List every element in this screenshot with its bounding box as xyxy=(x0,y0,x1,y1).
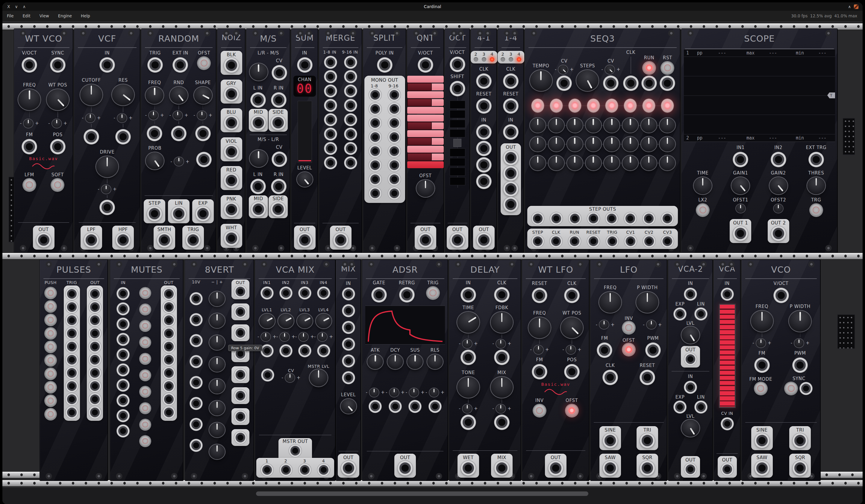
prob-trim[interactable] xyxy=(174,157,184,166)
split-output[interactable] xyxy=(390,146,399,156)
shift-input[interactable] xyxy=(452,83,463,94)
prob-cv-input[interactable] xyxy=(198,154,210,165)
step-led[interactable] xyxy=(643,99,655,113)
mute-button[interactable] xyxy=(140,337,150,348)
menu-view[interactable]: View xyxy=(35,13,54,18)
exp-input-1[interactable] xyxy=(675,309,685,319)
blu-output[interactable] xyxy=(226,117,237,128)
out-output[interactable] xyxy=(452,234,463,246)
merge-input[interactable] xyxy=(326,72,335,81)
tempo-knob[interactable] xyxy=(530,70,552,91)
key[interactable] xyxy=(407,146,444,153)
merge-input[interactable] xyxy=(346,158,355,168)
trig-input[interactable] xyxy=(67,342,77,351)
lr-ms-cv-input[interactable] xyxy=(274,67,285,79)
steps-knob[interactable] xyxy=(576,70,599,91)
cv1-knob[interactable] xyxy=(622,118,638,132)
hpf-output[interactable] xyxy=(117,234,129,246)
cv3-knob[interactable] xyxy=(549,156,564,170)
sqr-output[interactable] xyxy=(794,462,806,474)
l-input[interactable] xyxy=(252,94,264,106)
clk-input[interactable] xyxy=(625,78,636,89)
module-scope[interactable]: SCOPE 1 pp --- max --- min --- T 2 xyxy=(681,29,838,253)
cv2-output[interactable] xyxy=(644,236,654,246)
lr-ms-knob[interactable] xyxy=(250,63,268,81)
tri-output[interactable] xyxy=(794,435,806,446)
tray-chevron-icon[interactable]: ∧ xyxy=(848,4,851,9)
merge-input[interactable] xyxy=(326,158,335,168)
mute-output[interactable] xyxy=(164,329,174,338)
module-vco[interactable]: VCO V/OCT FREQ -+ P WIDTH -+ FM PWM FM M… xyxy=(742,260,820,481)
module-split[interactable]: SPLIT POLY IN MONO OUT 1-8 9-16 xyxy=(363,29,406,253)
lvl1-knob[interactable] xyxy=(259,314,275,328)
mute-button[interactable] xyxy=(140,354,150,364)
cv2-knob[interactable] xyxy=(567,137,583,151)
mute-button[interactable] xyxy=(140,387,150,397)
shape-cv-input[interactable] xyxy=(197,128,209,139)
fdbk-knob[interactable] xyxy=(491,312,513,333)
pwm-trim[interactable] xyxy=(794,339,804,348)
inv-button[interactable] xyxy=(623,322,635,334)
fm-input[interactable] xyxy=(534,366,545,377)
voct-input[interactable] xyxy=(775,290,787,301)
merge-input[interactable] xyxy=(346,115,355,125)
out-output-2[interactable] xyxy=(686,465,695,474)
gry-output[interactable] xyxy=(226,88,237,99)
vert-output[interactable] xyxy=(235,307,245,317)
poly-input[interactable] xyxy=(379,59,390,71)
exp-input-2[interactable] xyxy=(675,402,685,412)
lvl3-knob[interactable] xyxy=(297,314,313,328)
sine-output[interactable] xyxy=(756,435,768,446)
sync-input[interactable] xyxy=(52,59,64,71)
octave-step[interactable] xyxy=(450,129,465,137)
out-output[interactable] xyxy=(343,462,354,474)
cv1-knob[interactable] xyxy=(530,118,545,132)
push-button[interactable] xyxy=(45,368,56,379)
pwm-input[interactable] xyxy=(794,360,806,371)
clk-input[interactable] xyxy=(604,372,616,383)
cv3-knob[interactable] xyxy=(567,156,583,170)
gate-input[interactable] xyxy=(373,289,385,301)
step-out[interactable] xyxy=(625,214,635,223)
freq-knob[interactable] xyxy=(18,89,41,110)
rnd-cv-input[interactable] xyxy=(173,128,184,139)
mute-input[interactable] xyxy=(118,411,128,421)
octave-step[interactable] xyxy=(450,110,465,118)
split-output[interactable] xyxy=(370,104,380,114)
wtpos-cv-trim[interactable] xyxy=(566,345,576,354)
mute-output[interactable] xyxy=(164,408,174,417)
voct-input[interactable] xyxy=(24,59,35,71)
lvl2-cv-trim[interactable] xyxy=(280,332,289,341)
reset-input[interactable] xyxy=(478,100,489,112)
sel-4[interactable]: 4 xyxy=(517,52,520,57)
merge-input[interactable] xyxy=(326,101,335,110)
ch1-output[interactable] xyxy=(262,465,272,475)
pulse-output[interactable] xyxy=(90,315,100,325)
key[interactable] xyxy=(407,91,444,98)
gain-knob[interactable] xyxy=(209,423,225,437)
out-output[interactable] xyxy=(38,234,49,246)
mute-input[interactable] xyxy=(118,365,128,375)
minimize-window-icon[interactable]: ∨ xyxy=(15,4,18,9)
sel-3[interactable]: 3 xyxy=(482,52,485,57)
mute-output[interactable] xyxy=(164,289,174,299)
rls-knob[interactable] xyxy=(427,354,443,369)
ms-lr-knob[interactable] xyxy=(250,150,268,167)
split-output[interactable] xyxy=(390,189,399,198)
in-input[interactable] xyxy=(299,59,311,71)
in1-input[interactable] xyxy=(735,154,746,165)
step-led[interactable] xyxy=(661,99,674,113)
key[interactable] xyxy=(407,138,444,145)
gain1-knob[interactable] xyxy=(731,177,749,194)
exp-output[interactable] xyxy=(197,208,209,219)
freq-knob[interactable] xyxy=(146,87,163,104)
rnd-knob[interactable] xyxy=(170,87,188,104)
out-output[interactable] xyxy=(299,234,311,246)
mix-cv-trim[interactable] xyxy=(496,405,505,413)
wtpos-knob[interactable] xyxy=(561,317,583,338)
mix-input[interactable] xyxy=(344,306,353,315)
mute-button[interactable] xyxy=(140,403,150,413)
pulse-output[interactable] xyxy=(90,381,100,391)
run-button[interactable] xyxy=(643,62,655,74)
mute-output[interactable] xyxy=(164,342,174,351)
